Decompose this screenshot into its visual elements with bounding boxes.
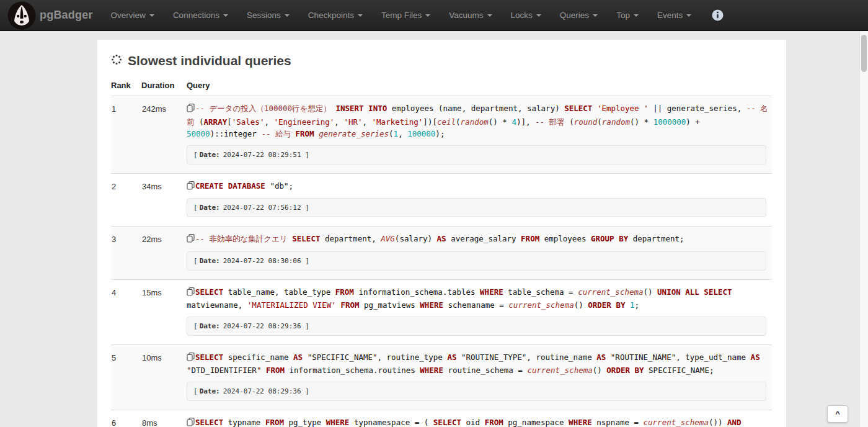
copy-query-icon[interactable] (187, 181, 195, 194)
nav-item-label: Events (657, 0, 683, 31)
table-row: 1 242ms -- データの投入（100000行を想定） INSERT INT… (111, 96, 772, 174)
chevron-down-icon (285, 14, 290, 17)
duration-cell: 8ms (141, 410, 187, 427)
query-date: [Date:2024-07-22 07:56:12 ] (187, 198, 766, 217)
table-row: 2 34ms CREATE DATABASE "db"; [Date:2024-… (111, 173, 772, 227)
column-header-rank: Rank (111, 77, 141, 96)
query-text: -- データの投入（100000行を想定） INSERT INTO employ… (187, 102, 772, 140)
query-sql: -- データの投入（100000行を想定） INSERT INTO employ… (187, 104, 768, 138)
nav-item-vacuums[interactable]: Vacuums (440, 0, 501, 31)
table-row: 6 8ms SELECT typname FROM pg_type WHERE … (111, 410, 772, 427)
copy-query-icon[interactable] (187, 104, 195, 116)
query-date: [Date:2024-07-22 08:29:51 ] (187, 145, 766, 164)
nav-item-sessions[interactable]: Sessions (237, 0, 299, 31)
nav-item-checkpoints[interactable]: Checkpoints (299, 0, 372, 31)
query-text: SELECT table_name, table_type FROM infor… (187, 286, 772, 312)
column-header-duration: Duration (141, 77, 187, 96)
nav-item-label: Top (616, 0, 630, 31)
chevron-down-icon (358, 14, 363, 17)
table-row: 5 10ms SELECT specific_name AS "SPECIFIC… (111, 344, 772, 410)
navbar: pgBadger Overview Connections Sessions C… (0, 0, 868, 31)
rank-cell: 2 (111, 173, 141, 227)
duration-cell: 10ms (141, 344, 187, 410)
query-sql: -- 非効率的な集計クエリ SELECT department, AVG(sal… (195, 234, 684, 243)
nav-item-locks[interactable]: Locks (502, 0, 551, 31)
rank-cell: 3 (111, 227, 141, 280)
scrollbar-thumb[interactable] (861, 35, 867, 72)
query-text: CREATE DATABASE "db"; (187, 180, 772, 194)
nav-item-events[interactable]: Events (648, 0, 701, 31)
table-row: 4 15ms SELECT table_name, table_type FRO… (111, 279, 772, 344)
copy-query-icon[interactable] (187, 353, 195, 365)
column-header-query: Query (187, 77, 772, 96)
chevron-down-icon (593, 14, 598, 17)
brand-title: pgBadger (40, 9, 93, 22)
nav-item-label: Temp Files (381, 0, 422, 31)
rank-cell: 5 (111, 344, 141, 410)
duration-cell: 34ms (141, 173, 187, 227)
nav-item-label: Connections (173, 0, 219, 31)
chevron-down-icon (686, 14, 691, 17)
table-row: 3 22ms -- 非効率的な集計クエリ SELECT department, … (111, 227, 772, 280)
rank-cell: 1 (111, 96, 141, 174)
query-date: [Date:2024-07-22 08:30:06 ] (187, 251, 766, 271)
query-text: SELECT specific_name AS "SPECIFIC_NAME",… (187, 351, 772, 377)
copy-query-icon[interactable] (187, 418, 195, 427)
duration-cell: 15ms (141, 279, 187, 344)
nav-item-temp-files[interactable]: Temp Files (372, 0, 440, 31)
back-to-top-button[interactable]: ^ (827, 405, 848, 423)
nav-item-label: Sessions (247, 0, 281, 31)
rank-cell: 4 (111, 279, 141, 344)
nav-item-label: Queries (560, 0, 589, 31)
chevron-down-icon (536, 14, 541, 17)
query-text: -- 非効率的な集計クエリ SELECT department, AVG(sal… (187, 233, 772, 246)
nav-item-overview[interactable]: Overview (102, 0, 164, 31)
copy-query-icon[interactable] (187, 234, 195, 246)
report-panel: Slowest individual queries Rank Duration… (97, 40, 786, 427)
copy-query-icon[interactable] (187, 287, 195, 300)
query-text: SELECT typname FROM pg_type WHERE typnam… (187, 416, 772, 427)
page-title-text: Slowest individual queries (128, 53, 291, 68)
query-sql: SELECT typname FROM pg_type WHERE typnam… (187, 418, 742, 427)
duration-cell: 22ms (141, 227, 187, 280)
nav-item-connections[interactable]: Connections (164, 0, 237, 31)
rank-cell: 6 (111, 410, 141, 427)
chevron-down-icon (487, 14, 492, 17)
duration-cell: 242ms (141, 96, 187, 174)
scrollbar-track[interactable] (859, 31, 868, 427)
chevron-down-icon (634, 14, 639, 17)
chevron-down-icon (425, 14, 430, 17)
info-icon[interactable] (712, 9, 724, 21)
main-nav: Overview Connections Sessions Checkpoint… (102, 0, 701, 31)
nav-item-queries[interactable]: Queries (551, 0, 607, 31)
table-header-row: Rank Duration Query (111, 77, 772, 96)
page-title: Slowest individual queries (111, 53, 773, 68)
nav-item-top[interactable]: Top (607, 0, 648, 31)
slowest-queries-table: Rank Duration Query 1 242ms -- データの投入（10… (111, 77, 772, 427)
chevron-down-icon (223, 14, 228, 17)
nav-item-label: Checkpoints (308, 0, 354, 31)
query-sql: SELECT specific_name AS "SPECIFIC_NAME",… (187, 353, 760, 375)
nav-item-label: Vacuums (449, 0, 483, 31)
spinner-dots-icon (111, 53, 122, 68)
nav-item-label: Overview (111, 0, 146, 31)
chevron-down-icon (149, 14, 154, 17)
query-date: [Date:2024-07-22 08:29:36 ] (187, 317, 766, 336)
query-sql: SELECT table_name, table_type FROM infor… (187, 287, 732, 310)
query-sql: CREATE DATABASE "db"; (195, 181, 293, 191)
query-date: [Date:2024-07-22 08:29:36 ] (187, 382, 766, 401)
nav-item-label: Locks (511, 0, 533, 31)
pgbadger-logo-icon (7, 1, 36, 30)
